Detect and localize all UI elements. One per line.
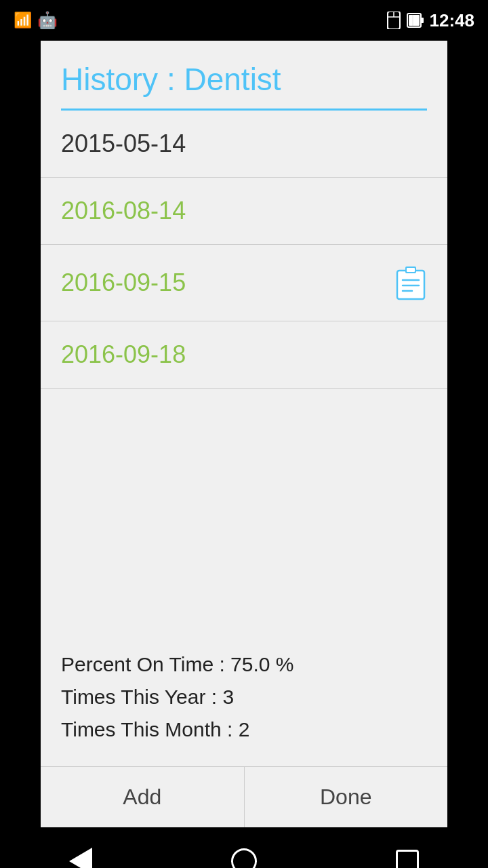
battery-icon [407,12,424,29]
svg-rect-6 [409,15,420,26]
list-item[interactable]: 2016-08-14 [41,178,447,245]
android-icon: 🤖 [37,11,58,30]
svg-rect-5 [421,18,424,23]
date-label: 2016-08-14 [61,197,186,225]
time-display: 12:48 [430,10,475,31]
percent-on-time: Percent On Time : 75.0 % [61,648,427,681]
add-button[interactable]: Add [41,767,245,827]
status-bar: 📶 🤖 12:48 [0,0,488,41]
stats-area: Percent On Time : 75.0 % Times This Year… [41,389,447,766]
header: History : Dentist [41,41,447,111]
history-list: 2015-05-14 2016-08-14 2016-09-15 [41,111,447,766]
sim-icon [386,12,401,29]
svg-rect-10 [407,268,415,272]
app-card: History : Dentist 2015-05-14 2016-08-14 … [41,41,447,827]
home-icon[interactable] [231,848,257,868]
list-item[interactable]: 2016-09-15 [41,245,447,321]
clipboard-icon[interactable] [394,264,427,302]
status-right-icons: 12:48 [386,10,475,31]
done-button[interactable]: Done [245,767,448,827]
wifi-icon: 📶 [14,12,32,29]
recents-icon[interactable] [396,850,419,868]
page-title: History : Dentist [61,61,427,108]
date-label: 2016-09-18 [61,340,186,369]
list-item[interactable]: 2015-05-14 [41,111,447,178]
back-icon[interactable] [69,848,92,868]
navigation-bar [0,827,488,868]
list-item[interactable]: 2016-09-18 [41,321,447,389]
times-this-month: Times This Month : 2 [61,713,427,746]
times-this-year: Times This Year : 3 [61,681,427,713]
status-left-icons: 📶 🤖 [14,11,58,30]
date-label: 2016-09-15 [61,269,186,297]
date-label: 2015-05-14 [61,130,186,158]
bottom-buttons: Add Done [41,766,447,827]
